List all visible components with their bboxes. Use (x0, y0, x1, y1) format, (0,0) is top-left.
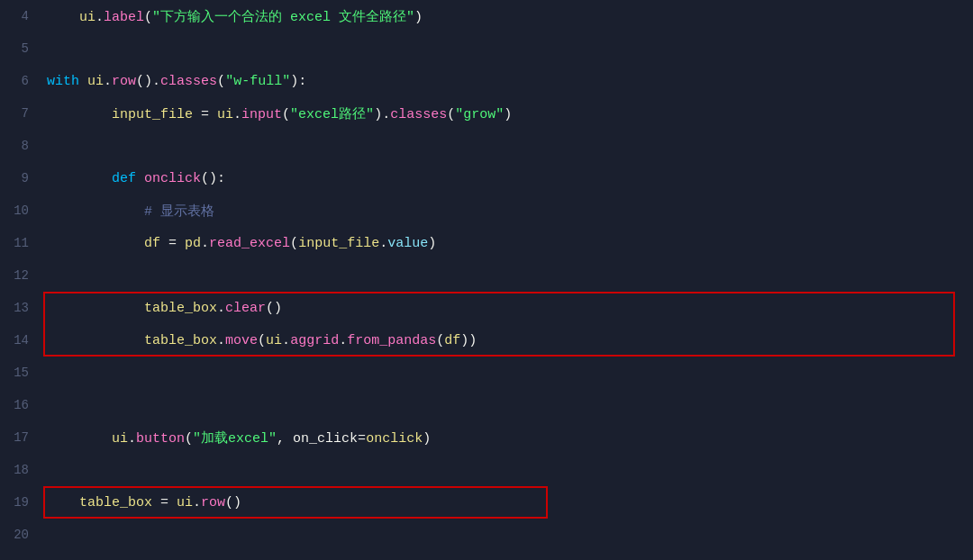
token: . (104, 74, 112, 89)
token: move (225, 333, 258, 348)
token (47, 171, 112, 186)
token: , on_click= (277, 431, 366, 447)
token: read_excel (209, 236, 290, 251)
token: ( (290, 236, 298, 251)
token: . (193, 495, 201, 510)
token: = (193, 107, 217, 122)
token: ( (447, 107, 455, 122)
line-number: 11 (0, 236, 43, 250)
line-number: 17 (0, 430, 43, 445)
token: df (444, 333, 460, 348)
line-number: 5 (0, 41, 43, 56)
token (47, 333, 144, 348)
token: ): (290, 74, 306, 89)
token: ) (504, 107, 512, 122)
token (47, 10, 79, 25)
token: ui (177, 495, 193, 510)
code-line: 21 # table = ui.aggrid({}) (0, 551, 973, 560)
token: df (144, 236, 160, 251)
token: ) (414, 10, 423, 25)
token: table_box (79, 495, 152, 510)
line-number: 4 (0, 9, 43, 23)
code-line: 15 (0, 357, 973, 389)
token: ui (217, 107, 233, 122)
token: "下方输入一个合法的 excel 文件全路径" (152, 10, 414, 25)
token: aggrid (290, 333, 339, 348)
token: row (201, 495, 225, 510)
code-line: 18 (0, 454, 973, 486)
code-line: 11 df = pd.read_excel(input_file.value) (0, 227, 973, 259)
code-line: 5 (0, 32, 973, 65)
token: with (47, 74, 87, 89)
line-number: 6 (0, 74, 43, 88)
line-number: 7 (0, 106, 43, 121)
token: . (382, 107, 390, 122)
token: ( (185, 431, 193, 447)
line-number: 19 (0, 495, 43, 510)
line-content: def onclick(): (43, 171, 973, 186)
token: ) (428, 236, 436, 251)
line-content: with ui.row().classes("w-full"): (43, 74, 973, 89)
code-line: 10 # 显示表格 (0, 194, 973, 227)
line-content: ui.label("下方输入一个合法的 excel 文件全路径") (43, 8, 973, 25)
code-line: 12 (0, 259, 973, 292)
token: clear (225, 301, 266, 316)
token (47, 495, 79, 510)
token: "加载excel" (193, 431, 277, 447)
token: . (233, 107, 241, 122)
line-content (43, 528, 973, 543)
line-content (43, 398, 973, 413)
token: classes (390, 107, 447, 122)
line-number: 9 (0, 171, 43, 185)
token: . (217, 333, 225, 348)
token (47, 107, 112, 122)
code-line: 4 ui.label("下方输入一个合法的 excel 文件全路径") (0, 0, 973, 32)
line-content (43, 463, 973, 478)
token: ( (436, 333, 444, 348)
code-line: 8 (0, 130, 973, 162)
token: . (339, 333, 347, 348)
line-number: 13 (0, 301, 43, 315)
code-editor: 4 ui.label("下方输入一个合法的 excel 文件全路径")5 6wi… (0, 0, 973, 560)
token: table_box (144, 333, 217, 348)
token: ( (217, 74, 225, 89)
token: . (152, 74, 160, 89)
token: . (128, 431, 136, 447)
line-number: 14 (0, 333, 43, 348)
line-content: df = pd.read_excel(input_file.value) (43, 236, 973, 251)
code-line: 13 table_box.clear() (0, 292, 973, 324)
token (47, 204, 144, 220)
token: "w-full" (225, 74, 290, 89)
token: value (387, 236, 428, 251)
token: ui (266, 333, 282, 348)
token: row (112, 74, 136, 89)
token: classes (160, 74, 217, 89)
token: table_box (144, 301, 217, 316)
line-content: table_box.move(ui.aggrid.from_pandas(df)… (43, 333, 973, 348)
token: )) (460, 333, 477, 348)
code-line: 7 input_file = ui.input("excel路径").class… (0, 97, 973, 130)
token (47, 301, 144, 316)
token: . (201, 236, 209, 251)
line-content: # 显示表格 (43, 203, 973, 220)
line-number: 12 (0, 268, 43, 283)
token: label (104, 10, 144, 25)
token: ( (144, 10, 152, 25)
token: button (136, 431, 185, 447)
token: ) (423, 431, 431, 447)
token: from_pandas (347, 333, 436, 348)
token: ) (374, 107, 382, 122)
token: = (152, 495, 177, 510)
line-number: 20 (0, 528, 43, 542)
code-line: 16 (0, 389, 973, 421)
line-number: 15 (0, 366, 43, 380)
code-line: 20 (0, 519, 973, 551)
token: . (95, 10, 104, 25)
token: pd (185, 236, 201, 251)
token: (): (201, 171, 225, 186)
line-number: 10 (0, 203, 43, 218)
token: input (241, 107, 282, 122)
token: # 显示表格 (144, 204, 214, 220)
code-line: 9 def onclick(): (0, 162, 973, 194)
token: = (160, 236, 185, 251)
